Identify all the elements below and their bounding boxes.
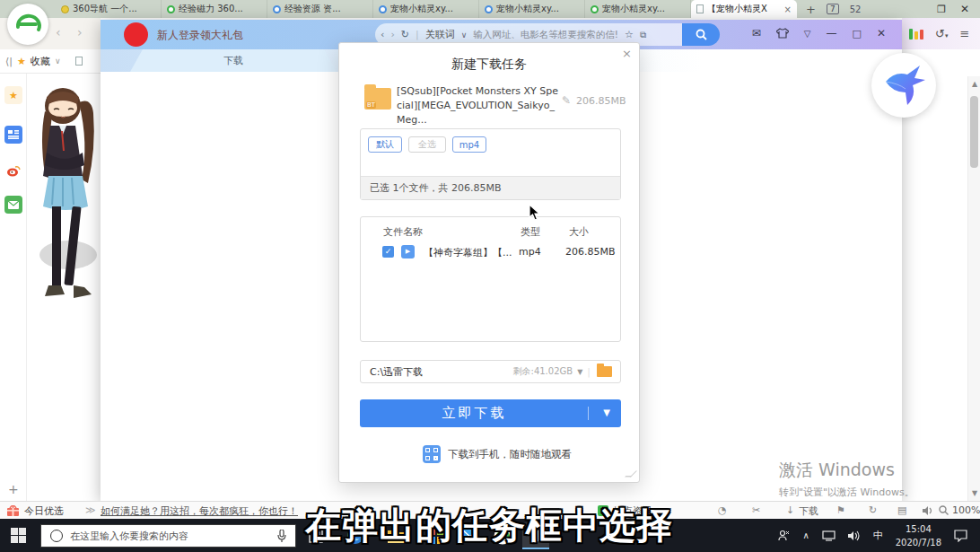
taskbar-search-input[interactable]: 在这里输入你要搜索的内容 xyxy=(40,524,296,548)
filter-mp4-button[interactable]: mp4 xyxy=(452,136,486,153)
address-placeholder[interactable]: 输入网址、电影名等想要搜索的信! xyxy=(473,29,618,41)
chevron-down-icon[interactable]: ∨ xyxy=(55,57,61,66)
anime-character-image xyxy=(27,75,104,329)
system-tray: ∧ 中 15:04 2020/7/18 xyxy=(778,519,980,552)
weibo-icon[interactable] xyxy=(4,162,22,180)
forward-icon[interactable]: › xyxy=(390,29,394,40)
add-bookmark-icon[interactable]: ⧉ xyxy=(640,30,646,40)
tab-pokemon-2[interactable]: 宠物小精灵xy... xyxy=(479,0,585,18)
zoom-magnifier-icon[interactable] xyxy=(939,505,949,515)
people-icon[interactable] xyxy=(778,530,790,541)
row-checkbox[interactable]: ✓ xyxy=(382,246,394,258)
scroll-down-icon[interactable]: ▼ xyxy=(968,489,980,497)
menu-dropdown-icon[interactable]: ▽ xyxy=(804,29,811,39)
tab-close-icon[interactable]: × xyxy=(784,4,792,14)
download-now-button[interactable]: 立即下载 ▼ xyxy=(360,399,621,427)
menu-icon[interactable]: ≡ xyxy=(959,27,969,40)
scroll-up-icon[interactable]: ▲ xyxy=(968,80,980,88)
refresh-icon[interactable]: ↻ xyxy=(869,504,877,516)
filter-default-button[interactable]: 默认 xyxy=(368,136,402,153)
download-arrow-icon[interactable]: ↓ xyxy=(786,504,794,516)
tab-360-nav[interactable]: 360导航 一个... xyxy=(56,0,162,18)
dialog-resize-handle[interactable] xyxy=(625,471,637,478)
page-scrollbar[interactable]: ▲ ▼ xyxy=(967,76,980,501)
favorites-star-icon[interactable]: ★ xyxy=(4,86,22,104)
left-sidebar: ★ + xyxy=(0,74,27,501)
today-pick-label[interactable]: 今日优选 xyxy=(24,504,64,518)
apps-grid-icon[interactable] xyxy=(909,29,923,39)
path-dropdown-icon[interactable]: ▼ xyxy=(577,368,582,376)
watermark-line2: 转到"设置"以激活 Windows。 xyxy=(779,486,914,499)
mail-icon[interactable] xyxy=(4,196,22,214)
volume-icon[interactable] xyxy=(848,530,861,541)
flag-icon[interactable]: ⚑ xyxy=(836,504,845,516)
network-icon[interactable] xyxy=(822,530,836,541)
close-icon[interactable]: ✕ xyxy=(877,27,886,39)
favorites-label[interactable]: 收藏 xyxy=(31,55,50,68)
download-to-phone-row[interactable]: 下载到手机，随时随地观看 xyxy=(360,445,621,463)
browse-folder-icon[interactable] xyxy=(597,366,612,377)
news-feed-icon[interactable] xyxy=(4,126,22,144)
tab-label: 经验资源 资... xyxy=(284,3,341,15)
chevron-down-icon[interactable]: ∨ xyxy=(461,31,468,39)
back-icon[interactable]: ‹ xyxy=(381,29,384,40)
collapse-sidebar-icon[interactable]: ⟨| xyxy=(5,56,13,67)
mouse-cursor xyxy=(529,204,541,222)
download-manager-label[interactable]: 下载 xyxy=(799,504,818,518)
zoom-level-value[interactable]: 100% xyxy=(952,504,980,516)
tab-pokemon-1[interactable]: 宠物小精灵xy... xyxy=(373,0,479,18)
badge-52[interactable]: 52 xyxy=(850,4,862,14)
tab-pokemon-3[interactable]: 宠物小精灵xy... xyxy=(585,0,691,18)
back-icon[interactable]: ‹ xyxy=(56,25,61,39)
windows-start-icon[interactable] xyxy=(11,528,26,543)
mail-icon[interactable]: ✉ xyxy=(752,27,761,39)
microphone-icon[interactable] xyxy=(277,530,286,542)
thunder-bird-logo[interactable] xyxy=(871,53,936,118)
related-words-label[interactable]: 关联词 xyxy=(425,28,455,41)
refresh-icon[interactable]: ↻ xyxy=(401,29,409,40)
speaker-icon[interactable] xyxy=(923,506,933,515)
chevron-up-icon[interactable]: ∧ xyxy=(802,530,809,540)
search-button[interactable] xyxy=(682,23,720,46)
save-path-input[interactable]: C:\迅雷下载 剩余:41.02GB ▼ | xyxy=(360,360,621,383)
row-file-name: 【神奇字幕组】【... xyxy=(424,246,512,259)
clock-time: 15:04 xyxy=(896,522,941,536)
taskbar-search-placeholder: 在这里输入你要搜索的内容 xyxy=(70,530,188,543)
tab-magnet-1[interactable]: 经验磁力 360... xyxy=(162,0,267,18)
double-chevron-icon: ≫ xyxy=(85,504,96,516)
ime-indicator[interactable]: 中 xyxy=(873,529,883,542)
screenshot-scissors-icon[interactable]: ✂ xyxy=(752,504,760,516)
edit-name-icon[interactable]: ✎ xyxy=(562,94,571,107)
add-sidebar-item-button[interactable]: + xyxy=(8,482,19,496)
tab-count-badge[interactable]: 7 xyxy=(827,4,839,14)
restore-window-icon[interactable]: ❐ xyxy=(937,4,946,15)
star-bookmark-icon[interactable]: ☆ xyxy=(625,29,634,40)
new-tab-button[interactable]: + xyxy=(806,3,816,16)
cortana-circle-icon xyxy=(50,530,63,542)
tab-pokemon-active[interactable]: 【宠物小精灵X × xyxy=(691,0,797,18)
video-play-icon[interactable]: ▶ xyxy=(401,245,415,258)
history-clock-icon[interactable]: ◔ xyxy=(718,504,727,516)
theme-shirt-icon[interactable] xyxy=(776,28,789,39)
download-options-icon[interactable]: ▼ xyxy=(603,407,610,417)
windows-activation-watermark: 激活 Windows 转到"设置"以激活 Windows。 xyxy=(779,459,914,499)
dialog-title: 新建下载任务 xyxy=(339,57,639,73)
browser-360-logo-icon[interactable] xyxy=(7,4,48,45)
clock-date: 2020/7/18 xyxy=(896,536,941,549)
minimize-icon[interactable]: — xyxy=(827,27,837,39)
maximize-icon[interactable]: □ xyxy=(853,28,862,39)
close-window-icon[interactable]: ✕ xyxy=(960,3,969,15)
scrollbar-thumb[interactable] xyxy=(970,96,978,168)
promo-red-badge-icon[interactable] xyxy=(124,22,148,47)
notification-center-icon[interactable] xyxy=(954,530,967,542)
promo-banner-text[interactable]: 新人登录领大礼包 xyxy=(157,28,243,43)
forward-icon[interactable]: › xyxy=(77,25,83,39)
tab-download[interactable]: 下载 xyxy=(130,49,337,72)
side-panel-icon[interactable]: ▤ xyxy=(897,504,906,516)
undo-icon[interactable]: ↺▾ xyxy=(935,27,948,40)
new-page-icon[interactable] xyxy=(75,57,83,66)
tab-resource[interactable]: 经验资源 资... xyxy=(267,0,373,18)
clock[interactable]: 15:04 2020/7/18 xyxy=(896,522,941,549)
promo-news-link[interactable]: 如何满足她？用这招，每次都疯狂，你也行！ xyxy=(101,504,298,518)
filter-select-all-button[interactable]: 全选 xyxy=(408,136,446,153)
